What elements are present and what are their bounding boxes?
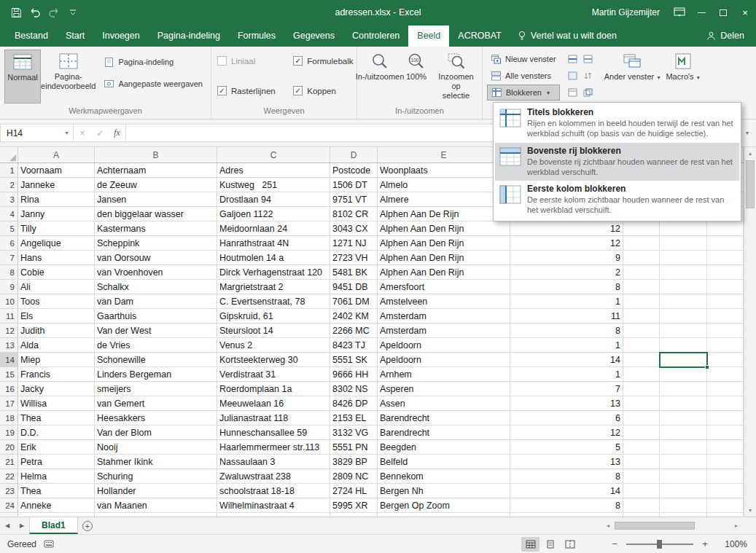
cell-H25[interactable] [660, 513, 707, 517]
cell-A14[interactable]: Miep [18, 353, 95, 367]
cell-G5[interactable] [623, 221, 660, 236]
pagina-eindevoorbeeld-button[interactable]: Pagina-eindevoorbeeld [41, 50, 96, 103]
formula-bar-expand-icon[interactable]: ▾ [740, 130, 755, 136]
column-header-b[interactable]: B [95, 147, 217, 162]
pagina-indeling-button[interactable]: Pagina-indeling [100, 54, 206, 70]
cell-F7[interactable]: 9 [510, 251, 623, 265]
row-header-21[interactable]: 21 [0, 455, 18, 469]
row-header-11[interactable]: 11 [0, 309, 18, 323]
menu-item-bovenste-rij-blokkeren[interactable]: Bovenste rij blokkerenDe bovenste rij zi… [495, 143, 739, 181]
cell-F15[interactable]: 1 [510, 367, 623, 382]
row-header-10[interactable]: 10 [0, 294, 18, 309]
cell-E11[interactable]: Amsterdam [378, 309, 510, 323]
cell-F6[interactable]: 12 [510, 236, 623, 251]
cell-A1[interactable]: Voornaam [18, 163, 95, 178]
cell-G18[interactable] [623, 411, 660, 425]
cell-H7[interactable] [660, 251, 707, 265]
cell-B24[interactable]: van Maanen [95, 498, 217, 513]
cell-G21[interactable] [623, 455, 660, 469]
cell-I6[interactable] [707, 236, 744, 251]
cell-C16[interactable]: Roerdomplaan 1a [217, 382, 330, 396]
cell-F23[interactable]: 14 [510, 484, 623, 498]
liniaal-checkbox[interactable]: Liniaal [217, 56, 278, 66]
scroll-up-icon[interactable]: ▴ [744, 147, 756, 160]
cell-G9[interactable] [623, 280, 660, 294]
cell-A12[interactable]: Judith [18, 323, 95, 338]
horizontal-scroll-thumb[interactable] [615, 522, 695, 530]
cell-F17[interactable]: 13 [510, 396, 623, 411]
horizontal-scroll-track[interactable] [613, 522, 731, 530]
cell-H13[interactable] [660, 338, 707, 353]
cell-E20[interactable]: Beegden [378, 440, 510, 455]
cell-C11[interactable]: Gipskruid, 61 [217, 309, 330, 323]
cell-F24[interactable]: 8 [510, 498, 623, 513]
cell-E19[interactable]: Barendrecht [378, 425, 510, 440]
cell-B13[interactable]: de Vries [95, 338, 217, 353]
undo-button[interactable] [26, 4, 44, 21]
cell-A4[interactable]: Janny [18, 207, 95, 221]
minimize-button[interactable] [690, 0, 712, 25]
cell-A11[interactable]: Els [18, 309, 95, 323]
cell-E12[interactable]: Amsterdam [378, 323, 510, 338]
redo-button[interactable] [45, 4, 63, 21]
cell-E22[interactable]: Bennekom [378, 469, 510, 484]
rasterlijnen-checkbox[interactable]: ✓Rasterlijnen [217, 86, 278, 95]
cell-I8[interactable] [707, 265, 744, 280]
cell-E25[interactable] [378, 513, 510, 517]
cell-C14[interactable]: Kortsteekterweg 30 [217, 353, 330, 367]
cell-F25[interactable] [510, 513, 623, 517]
ribbon-display-options-icon[interactable] [669, 0, 690, 25]
row-header-2[interactable]: 2 [0, 178, 18, 192]
cell-E3[interactable]: Almere [378, 192, 510, 207]
cell-A8[interactable]: Cobie [18, 265, 95, 280]
cell-G17[interactable] [623, 396, 660, 411]
cell-E15[interactable]: Arnhem [378, 367, 510, 382]
cell-I7[interactable] [707, 251, 744, 265]
cell-A15[interactable]: Francis [18, 367, 95, 382]
cell-B2[interactable]: de Zeeuw [95, 178, 217, 192]
cell-E14[interactable]: Apeldoorn [378, 353, 510, 367]
row-header-6[interactable]: 6 [0, 236, 18, 251]
inzoomen-op-selectie-button[interactable]: Inzoomen op selectie [434, 50, 478, 103]
cell-B14[interactable]: Schonewille [95, 353, 217, 367]
cell-F16[interactable]: 7 [510, 382, 623, 396]
cell-I17[interactable] [707, 396, 744, 411]
cell-I9[interactable] [707, 280, 744, 294]
cell-D23[interactable]: 2724 HL [330, 484, 378, 498]
cell-F21[interactable]: 13 [510, 455, 623, 469]
macro-s-button[interactable]: Macro's ▾ [663, 50, 702, 103]
cell-F9[interactable]: 8 [510, 280, 623, 294]
cell-E21[interactable]: Belfeld [378, 455, 510, 469]
cell-F12[interactable]: 8 [510, 323, 623, 338]
cell-C2[interactable]: Kustweg 251 [217, 178, 330, 192]
page-break-view-button[interactable] [561, 537, 579, 552]
row-header-7[interactable]: 7 [0, 251, 18, 265]
cell-I23[interactable] [707, 484, 744, 498]
cell-E13[interactable]: Apeldoorn [378, 338, 510, 353]
cell-D21[interactable]: 3829 BP [330, 455, 378, 469]
row-header-24[interactable]: 24 [0, 498, 18, 513]
row-header-4[interactable]: 4 [0, 207, 18, 221]
cell-H16[interactable] [660, 382, 707, 396]
cell-G7[interactable] [623, 251, 660, 265]
sheet-tab-blad1[interactable]: Blad1 [29, 517, 78, 534]
cell-A20[interactable]: Erik [18, 440, 95, 455]
cell-C20[interactable]: Haarlemmermeer str.113 [217, 440, 330, 455]
row-header-17[interactable]: 17 [0, 396, 18, 411]
cell-B5[interactable]: Kastermans [95, 221, 217, 236]
cell-D8[interactable]: 5481 BK [330, 265, 378, 280]
alle-vensters-button[interactable]: Alle vensters [487, 68, 560, 84]
cell-B11[interactable]: Gaarthuis [95, 309, 217, 323]
cell-E17[interactable]: Assen [378, 396, 510, 411]
cell-D6[interactable]: 1271 NJ [330, 236, 378, 251]
cell-D14[interactable]: 5551 SK [330, 353, 378, 367]
cell-H12[interactable] [660, 323, 707, 338]
cell-A9[interactable]: Ali [18, 280, 95, 294]
tab-pagina-indeling[interactable]: Pagina-indeling [149, 26, 229, 47]
cell-G10[interactable] [623, 294, 660, 309]
nieuw-venster-button[interactable]: Nieuw venster [487, 51, 560, 67]
tab-acrobat[interactable]: ACROBAT [449, 26, 510, 47]
cell-G13[interactable] [623, 338, 660, 353]
cell-C7[interactable]: Houtmolen 14 a [217, 251, 330, 265]
cell-C1[interactable]: Adres [217, 163, 330, 178]
